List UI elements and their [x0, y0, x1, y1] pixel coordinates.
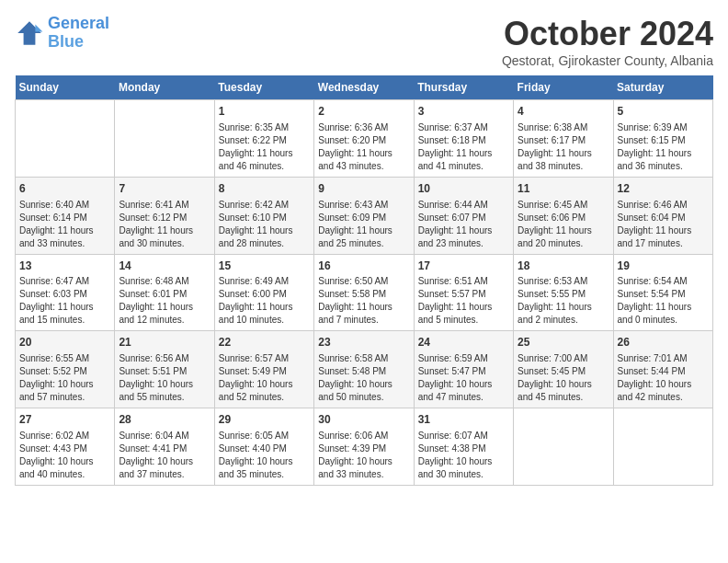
calendar-cell: 19Sunrise: 6:54 AM Sunset: 5:54 PM Dayli… — [613, 254, 712, 331]
calendar-cell: 26Sunrise: 7:01 AM Sunset: 5:44 PM Dayli… — [613, 331, 712, 408]
day-number: 7 — [119, 181, 210, 197]
day-info: Sunrise: 6:51 AM Sunset: 5:57 PM Dayligh… — [418, 275, 509, 327]
logo: General Blue — [15, 15, 109, 52]
calendar-cell — [613, 408, 712, 486]
day-info: Sunrise: 6:35 AM Sunset: 6:22 PM Dayligh… — [219, 121, 310, 173]
day-info: Sunrise: 6:49 AM Sunset: 6:00 PM Dayligh… — [219, 275, 310, 327]
day-number: 17 — [418, 259, 509, 274]
day-info: Sunrise: 6:04 AM Sunset: 4:41 PM Dayligh… — [119, 430, 210, 481]
svg-marker-0 — [17, 21, 41, 45]
day-number: 23 — [318, 335, 409, 350]
day-info: Sunrise: 6:53 AM Sunset: 5:55 PM Dayligh… — [518, 275, 609, 327]
day-number: 5 — [618, 104, 709, 120]
day-info: Sunrise: 6:39 AM Sunset: 6:15 PM Dayligh… — [618, 121, 709, 173]
day-info: Sunrise: 6:40 AM Sunset: 6:14 PM Dayligh… — [19, 199, 110, 250]
day-number: 11 — [518, 181, 609, 197]
day-info: Sunrise: 6:44 AM Sunset: 6:07 PM Dayligh… — [418, 199, 509, 250]
calendar-cell: 3Sunrise: 6:37 AM Sunset: 6:18 PM Daylig… — [414, 100, 513, 178]
calendar-header: SundayMondayTuesdayWednesdayThursdayFrid… — [16, 75, 713, 100]
calendar-cell: 30Sunrise: 6:06 AM Sunset: 4:39 PM Dayli… — [314, 408, 414, 486]
weekday-header: Wednesday — [314, 75, 414, 100]
calendar-cell: 18Sunrise: 6:53 AM Sunset: 5:55 PM Dayli… — [514, 254, 613, 331]
day-info: Sunrise: 6:36 AM Sunset: 6:20 PM Dayligh… — [318, 121, 409, 173]
day-number: 4 — [518, 104, 609, 120]
day-number: 12 — [618, 181, 709, 197]
day-number: 25 — [518, 335, 609, 350]
weekday-header: Friday — [514, 75, 613, 100]
day-number: 14 — [119, 259, 210, 274]
calendar-cell: 5Sunrise: 6:39 AM Sunset: 6:15 PM Daylig… — [613, 100, 712, 178]
calendar-cell: 27Sunrise: 6:02 AM Sunset: 4:43 PM Dayli… — [16, 408, 115, 486]
day-info: Sunrise: 7:00 AM Sunset: 5:45 PM Dayligh… — [518, 352, 609, 404]
svg-marker-1 — [35, 24, 42, 31]
day-info: Sunrise: 6:58 AM Sunset: 5:48 PM Dayligh… — [318, 352, 409, 404]
calendar-cell: 29Sunrise: 6:05 AM Sunset: 4:40 PM Dayli… — [214, 408, 313, 486]
calendar-cell: 2Sunrise: 6:36 AM Sunset: 6:20 PM Daylig… — [314, 100, 414, 178]
day-info: Sunrise: 6:02 AM Sunset: 4:43 PM Dayligh… — [19, 430, 110, 481]
calendar-cell: 1Sunrise: 6:35 AM Sunset: 6:22 PM Daylig… — [214, 100, 313, 178]
main-title: October 2024 — [502, 15, 713, 53]
day-number: 10 — [418, 181, 509, 197]
calendar-cell — [16, 100, 115, 178]
calendar-cell: 9Sunrise: 6:43 AM Sunset: 6:09 PM Daylig… — [314, 177, 414, 254]
day-number: 24 — [418, 335, 509, 350]
calendar-body: 1Sunrise: 6:35 AM Sunset: 6:22 PM Daylig… — [16, 100, 713, 486]
day-number: 29 — [219, 412, 310, 428]
calendar-cell: 13Sunrise: 6:47 AM Sunset: 6:03 PM Dayli… — [16, 254, 115, 331]
weekday-header: Thursday — [414, 75, 513, 100]
day-number: 26 — [618, 335, 709, 350]
day-info: Sunrise: 6:55 AM Sunset: 5:52 PM Dayligh… — [19, 352, 110, 404]
day-info: Sunrise: 6:37 AM Sunset: 6:18 PM Dayligh… — [418, 121, 509, 173]
calendar-cell: 20Sunrise: 6:55 AM Sunset: 5:52 PM Dayli… — [16, 331, 115, 408]
weekday-header: Tuesday — [214, 75, 313, 100]
calendar-week-row: 6Sunrise: 6:40 AM Sunset: 6:14 PM Daylig… — [16, 177, 713, 254]
day-number: 31 — [418, 412, 509, 428]
day-info: Sunrise: 6:38 AM Sunset: 6:17 PM Dayligh… — [518, 121, 609, 173]
day-info: Sunrise: 6:46 AM Sunset: 6:04 PM Dayligh… — [618, 199, 709, 250]
calendar-cell: 12Sunrise: 6:46 AM Sunset: 6:04 PM Dayli… — [613, 177, 712, 254]
day-number: 2 — [318, 104, 409, 120]
day-number: 19 — [618, 259, 709, 274]
page-header: General Blue October 2024 Qestorat, Gjir… — [15, 15, 713, 68]
calendar-cell: 8Sunrise: 6:42 AM Sunset: 6:10 PM Daylig… — [214, 177, 313, 254]
weekday-header: Sunday — [16, 75, 115, 100]
day-info: Sunrise: 6:45 AM Sunset: 6:06 PM Dayligh… — [518, 199, 609, 250]
day-number: 20 — [19, 335, 110, 350]
day-number: 16 — [318, 259, 409, 274]
day-number: 21 — [119, 335, 210, 350]
day-number: 13 — [19, 259, 110, 274]
calendar-cell: 11Sunrise: 6:45 AM Sunset: 6:06 PM Dayli… — [514, 177, 613, 254]
weekday-header: Saturday — [613, 75, 712, 100]
calendar-cell: 24Sunrise: 6:59 AM Sunset: 5:47 PM Dayli… — [414, 331, 513, 408]
calendar-cell: 7Sunrise: 6:41 AM Sunset: 6:12 PM Daylig… — [115, 177, 214, 254]
calendar-cell — [514, 408, 613, 486]
day-number: 27 — [19, 412, 110, 428]
day-info: Sunrise: 6:56 AM Sunset: 5:51 PM Dayligh… — [119, 352, 210, 404]
day-number: 9 — [318, 181, 409, 197]
calendar-cell: 6Sunrise: 6:40 AM Sunset: 6:14 PM Daylig… — [16, 177, 115, 254]
day-number: 15 — [219, 259, 310, 274]
day-number: 6 — [19, 181, 110, 197]
header-row: SundayMondayTuesdayWednesdayThursdayFrid… — [16, 75, 713, 100]
calendar-cell: 15Sunrise: 6:49 AM Sunset: 6:00 PM Dayli… — [214, 254, 313, 331]
day-number: 1 — [219, 104, 310, 120]
day-info: Sunrise: 6:47 AM Sunset: 6:03 PM Dayligh… — [19, 275, 110, 327]
day-info: Sunrise: 6:57 AM Sunset: 5:49 PM Dayligh… — [219, 352, 310, 404]
day-number: 18 — [518, 259, 609, 274]
day-number: 22 — [219, 335, 310, 350]
day-info: Sunrise: 6:48 AM Sunset: 6:01 PM Dayligh… — [119, 275, 210, 327]
calendar-cell: 28Sunrise: 6:04 AM Sunset: 4:41 PM Dayli… — [115, 408, 214, 486]
calendar-cell: 17Sunrise: 6:51 AM Sunset: 5:57 PM Dayli… — [414, 254, 513, 331]
day-info: Sunrise: 7:01 AM Sunset: 5:44 PM Dayligh… — [618, 352, 709, 404]
calendar-cell: 31Sunrise: 6:07 AM Sunset: 4:38 PM Dayli… — [414, 408, 513, 486]
day-number: 30 — [318, 412, 409, 428]
day-number: 28 — [119, 412, 210, 428]
calendar-week-row: 27Sunrise: 6:02 AM Sunset: 4:43 PM Dayli… — [16, 408, 713, 486]
calendar-week-row: 20Sunrise: 6:55 AM Sunset: 5:52 PM Dayli… — [16, 331, 713, 408]
calendar-cell: 14Sunrise: 6:48 AM Sunset: 6:01 PM Dayli… — [115, 254, 214, 331]
calendar-cell: 16Sunrise: 6:50 AM Sunset: 5:58 PM Dayli… — [314, 254, 414, 331]
day-info: Sunrise: 6:50 AM Sunset: 5:58 PM Dayligh… — [318, 275, 409, 327]
day-info: Sunrise: 6:54 AM Sunset: 5:54 PM Dayligh… — [618, 275, 709, 327]
day-info: Sunrise: 6:41 AM Sunset: 6:12 PM Dayligh… — [119, 199, 210, 250]
calendar-table: SundayMondayTuesdayWednesdayThursdayFrid… — [15, 75, 713, 486]
